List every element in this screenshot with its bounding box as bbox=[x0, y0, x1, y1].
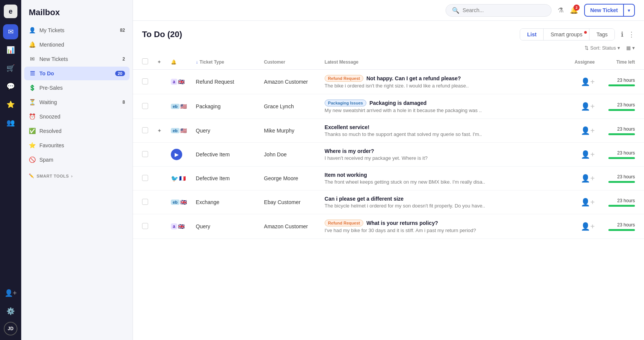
row-assignee: 👤+ bbox=[558, 167, 604, 190]
row-assignee: 👤+ bbox=[558, 190, 604, 214]
sidebar-item-to-do[interactable]: ☰ To Do 20 bbox=[24, 67, 130, 80]
tab-tags[interactable]: Tags bbox=[589, 29, 614, 40]
sidebar-item-count: 20 bbox=[115, 71, 125, 76]
new-ticket-button[interactable]: New Ticket ▾ bbox=[584, 4, 635, 17]
rail-adduser-icon[interactable]: 👤+ bbox=[3, 285, 18, 301]
time-bar bbox=[608, 181, 635, 183]
row-message: Can i please get a different size The bi… bbox=[320, 190, 558, 214]
row-checkbox-cell bbox=[133, 143, 153, 167]
row-ai-cell bbox=[153, 214, 166, 239]
tab-list[interactable]: List bbox=[520, 29, 544, 40]
new-ticket-dropdown-icon[interactable]: ▾ bbox=[624, 5, 634, 16]
msg-preview: Thanks so much to the support agent that… bbox=[325, 131, 554, 137]
row-ticket-type: Defective Item bbox=[191, 167, 259, 190]
table-row[interactable]: 🐦 🇫🇷 Defective Item George Moore Item no… bbox=[133, 167, 644, 190]
assign-icon[interactable]: 👤+ bbox=[581, 150, 595, 159]
smart-tools-icon: ✏️ bbox=[29, 173, 34, 178]
msg-title: Item not working bbox=[325, 172, 367, 178]
rail-users-icon[interactable]: 👥 bbox=[3, 115, 18, 130]
sidebar-item-favourites[interactable]: ⭐ Favourites bbox=[24, 139, 130, 152]
table-row[interactable]: eb 🇺🇸 Packaging Grace Lynch Packaging Is… bbox=[133, 94, 644, 119]
user-avatar[interactable]: JD bbox=[4, 322, 17, 335]
row-checkbox[interactable] bbox=[142, 199, 148, 205]
sidebar-item-count: 8 bbox=[122, 100, 125, 105]
app-logo[interactable]: e bbox=[4, 5, 17, 18]
rail-cart-icon[interactable]: 🛒 bbox=[3, 61, 18, 76]
rail-mailbox-icon[interactable]: ✉ bbox=[3, 24, 18, 39]
rail-settings-icon[interactable]: ⚙️ bbox=[3, 304, 18, 319]
sidebar-item-spam[interactable]: 🚫 Spam bbox=[24, 153, 130, 167]
sidebar: Mailbox 👤 My Tickets 82 🔔 Mentioned ✉ Ne… bbox=[21, 0, 133, 340]
msg-title: Can i please get a different size bbox=[325, 196, 404, 202]
row-ai-cell bbox=[153, 190, 166, 214]
table-header-row: ✦ 🔔 ↓ Ticket Type Customer Latest Messag… bbox=[133, 55, 644, 70]
time-bar bbox=[608, 109, 635, 111]
table-row[interactable]: a 🇬🇧 Query Amazon Customer Refund Reques… bbox=[133, 214, 644, 239]
rail-chat-icon[interactable]: 💬 bbox=[3, 79, 18, 94]
snoozed-icon: ⏰ bbox=[29, 113, 36, 120]
sidebar-item-resolved[interactable]: ✅ Resolved bbox=[24, 124, 130, 138]
sidebar-item-mentioned[interactable]: 🔔 Mentioned bbox=[24, 38, 130, 51]
new-tickets-icon: ✉ bbox=[29, 56, 36, 62]
tab-smart-groups[interactable]: Smart groups bbox=[544, 29, 589, 40]
sidebar-item-pre-sales[interactable]: 💲 Pre-Sales bbox=[24, 81, 130, 95]
table-row[interactable]: ✦ eb 🇺🇸 Query Mike Murphy Excellent serv… bbox=[133, 119, 644, 143]
table-row[interactable]: ▶ Defective Item John Doe Where is my or… bbox=[133, 143, 644, 167]
row-checkbox[interactable] bbox=[142, 151, 148, 157]
more-options-icon[interactable]: ⋮ bbox=[628, 30, 635, 39]
row-message: Where is my order? I haven't received my… bbox=[320, 143, 558, 167]
layout-button[interactable]: ▦ ▾ bbox=[626, 45, 635, 51]
row-ticket-type: Query bbox=[191, 214, 259, 239]
assign-icon[interactable]: 👤+ bbox=[581, 78, 595, 86]
msg-preview: The bicycle helmet i ordered for my son … bbox=[325, 203, 554, 209]
row-checkbox[interactable] bbox=[142, 223, 148, 229]
row-checkbox-cell bbox=[133, 167, 153, 190]
smart-groups-dot bbox=[584, 31, 587, 34]
icon-rail: e ✉ 📊 🛒 💬 ⭐ 👥 👤+ ⚙️ JD bbox=[0, 0, 21, 340]
row-time-left: 23 hours bbox=[604, 143, 644, 167]
row-checkbox[interactable] bbox=[142, 127, 148, 133]
rail-chart-icon[interactable]: 📊 bbox=[3, 42, 18, 58]
channel-icons: eb 🇺🇸 bbox=[171, 128, 187, 134]
row-time-left: 23 hours bbox=[604, 167, 644, 190]
assign-icon[interactable]: 👤+ bbox=[581, 102, 595, 111]
smart-tools-section[interactable]: ✏️ SMART TOOLS › bbox=[21, 170, 133, 182]
layout-chevron-icon: ▾ bbox=[632, 45, 635, 51]
row-ticket-type: Refund Request bbox=[191, 70, 259, 94]
channel-icons: eb 🇺🇸 bbox=[171, 103, 187, 109]
select-all-checkbox[interactable] bbox=[142, 58, 148, 64]
time-label: 23 hours bbox=[617, 102, 635, 108]
info-icon[interactable]: ℹ bbox=[621, 30, 624, 39]
assign-icon[interactable]: 👤+ bbox=[581, 198, 595, 206]
sidebar-item-my-tickets[interactable]: 👤 My Tickets 82 bbox=[24, 23, 130, 37]
assign-icon[interactable]: 👤+ bbox=[581, 126, 595, 135]
mentioned-icon: 🔔 bbox=[29, 41, 36, 48]
sidebar-item-label: Spam bbox=[39, 157, 125, 163]
sort-button[interactable]: ⇅ Sort: Status ▾ bbox=[585, 45, 620, 51]
sidebar-item-waiting[interactable]: ⏳ Waiting 8 bbox=[24, 95, 130, 109]
filter-icon[interactable]: ⚗ bbox=[558, 6, 564, 14]
row-checkbox[interactable] bbox=[142, 103, 148, 109]
col-ticket-type[interactable]: ↓ Ticket Type bbox=[191, 55, 259, 70]
row-ticket-type: Packaging bbox=[191, 94, 259, 119]
search-input[interactable] bbox=[463, 7, 545, 13]
row-checkbox[interactable] bbox=[142, 175, 148, 181]
table-row[interactable]: a 🇬🇧 Refund Request Amazon Customer Refu… bbox=[133, 70, 644, 94]
row-channel-cell: eb 🇬🇧 bbox=[166, 190, 191, 214]
search-icon: 🔍 bbox=[452, 7, 460, 14]
sidebar-item-new-tickets[interactable]: ✉ New Tickets 2 bbox=[24, 52, 130, 66]
row-checkbox-cell bbox=[133, 70, 153, 94]
smart-tools-label: SMART TOOLS bbox=[37, 174, 69, 178]
table-row[interactable]: eb 🇬🇧 Exchange Ebay Customer Can i pleas… bbox=[133, 190, 644, 214]
time-label: 23 hours bbox=[617, 78, 635, 83]
ticket-tag: Refund Request bbox=[325, 75, 363, 82]
notification-button[interactable]: 🔔 2 bbox=[570, 6, 578, 14]
assign-icon[interactable]: 👤+ bbox=[581, 222, 595, 231]
rail-star-icon[interactable]: ⭐ bbox=[3, 97, 18, 112]
row-checkbox[interactable] bbox=[142, 78, 148, 84]
sidebar-item-snoozed[interactable]: ⏰ Snoozed bbox=[24, 110, 130, 123]
assign-icon[interactable]: 👤+ bbox=[581, 174, 595, 182]
todo-title: To Do (20) bbox=[142, 30, 182, 39]
new-ticket-label[interactable]: New Ticket bbox=[585, 5, 624, 16]
flag-icon: 🇬🇧 bbox=[180, 199, 187, 205]
